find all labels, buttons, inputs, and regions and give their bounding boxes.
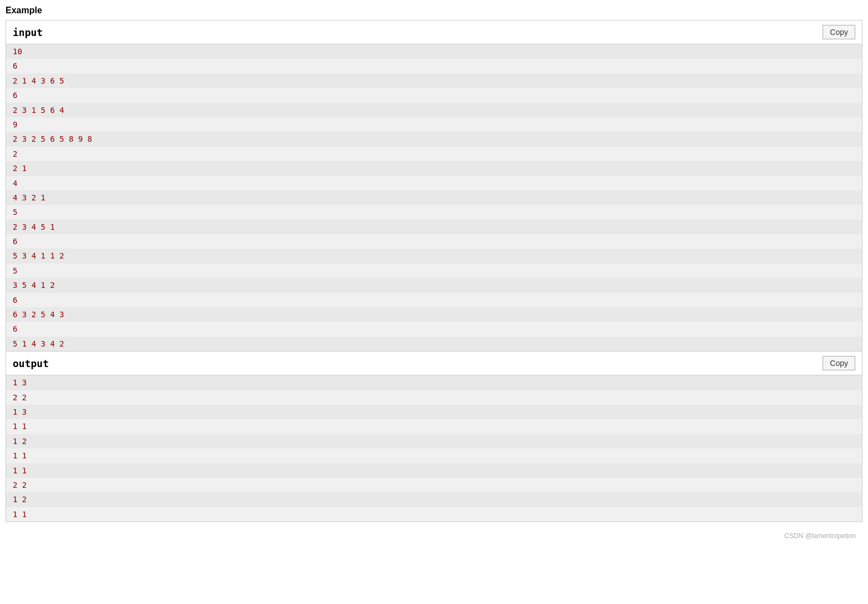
input-code-line: 6: [6, 293, 862, 307]
input-code-line: 4: [6, 176, 862, 190]
output-code-line: 2 2: [6, 478, 862, 492]
output-code-line: 1 2: [6, 434, 862, 448]
input-section-label: input: [13, 27, 43, 38]
output-code-line: 1 2: [6, 492, 862, 507]
input-code-line: 2 3 1 5 6 4: [6, 103, 862, 117]
input-code-line: 2 1 4 3 6 5: [6, 74, 862, 88]
output-section-label: output: [13, 358, 49, 369]
output-code-line: 1 1: [6, 448, 862, 463]
input-code-line: 2 3 2 5 6 5 8 9 8: [6, 132, 862, 146]
example-container: input Copy 1062 1 4 3 6 562 3 1 5 6 492 …: [6, 20, 862, 522]
output-section: output Copy 1 32 21 31 11 21 11 12 21 21…: [6, 351, 862, 522]
output-section-header: output Copy: [6, 352, 862, 375]
output-code-line: 1 1: [6, 507, 862, 522]
input-code-line: 5 3 4 1 1 2: [6, 249, 862, 263]
output-code-line: 1 1: [6, 463, 862, 478]
output-code-line: 1 3: [6, 405, 862, 419]
output-copy-button[interactable]: Copy: [823, 356, 855, 370]
input-code-line: 9: [6, 117, 862, 132]
output-code-content: 1 32 21 31 11 21 11 12 21 21 1: [6, 375, 862, 522]
input-copy-button[interactable]: Copy: [823, 25, 855, 39]
footer: CSDN @lamentropetion: [6, 528, 862, 544]
input-code-line: 5: [6, 205, 862, 219]
example-title: Example: [6, 6, 862, 16]
input-code-line: 6: [6, 59, 862, 73]
input-code-line: 4 3 2 1: [6, 190, 862, 205]
input-code-line: 5 1 4 3 4 2: [6, 337, 862, 351]
output-code-line: 1 1: [6, 419, 862, 433]
input-code-line: 6: [6, 234, 862, 249]
input-code-line: 2 1: [6, 161, 862, 175]
output-code-line: 1 3: [6, 375, 862, 390]
input-section-header: input Copy: [6, 20, 862, 44]
input-code-line: 6: [6, 322, 862, 336]
input-code-content: 1062 1 4 3 6 562 3 1 5 6 492 3 2 5 6 5 8…: [6, 44, 862, 351]
output-code-line: 2 2: [6, 390, 862, 405]
input-code-line: 5: [6, 264, 862, 278]
input-code-line: 2 3 4 5 1: [6, 220, 862, 234]
input-code-line: 3 5 4 1 2: [6, 278, 862, 292]
input-code-line: 2: [6, 147, 862, 161]
input-code-line: 10: [6, 44, 862, 59]
input-code-line: 6: [6, 88, 862, 102]
input-code-line: 6 3 2 5 4 3: [6, 307, 862, 322]
